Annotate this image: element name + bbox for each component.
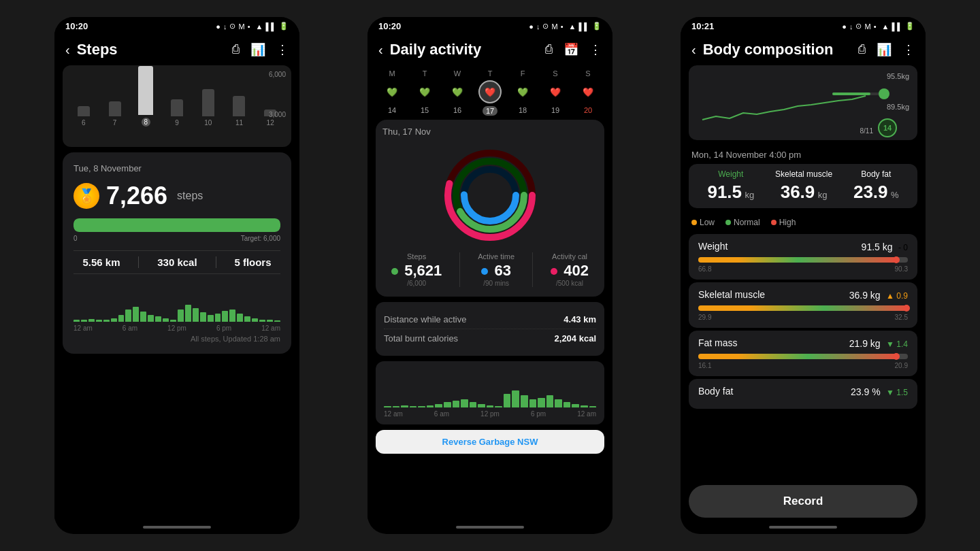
back-button-2[interactable]: ‹	[378, 42, 383, 58]
time-1: 10:20	[65, 21, 88, 31]
more-icon-3[interactable]: ⋮	[902, 42, 915, 57]
steps-stat-label: Steps	[391, 252, 442, 261]
day-name-sun: S	[585, 69, 590, 78]
bc-chart: 95.5kg 89.5kg 8/11 14	[689, 65, 917, 140]
mini-bar-1	[74, 320, 80, 322]
share-icon-2[interactable]: ⎙	[545, 42, 553, 57]
title-3: Body composition	[703, 41, 858, 59]
mini-bar-17	[193, 308, 199, 322]
fatmass-section-value-change: 21.9 kg ▼ 1.4	[849, 337, 908, 350]
a-bar-17	[521, 395, 528, 407]
bc-slider-thumb	[879, 88, 889, 99]
bodyfat-section-value: 23.9 %	[851, 386, 881, 397]
day-thu[interactable]: T ❤️ 17	[478, 69, 502, 116]
a-label-12am2: 12 am	[577, 410, 596, 418]
muscle-metric-unit: kg	[818, 190, 828, 200]
steps-content: 6,000 3,000 6 7 8	[54, 65, 299, 520]
bc-metrics-row: Weight 91.5 kg Skeletal muscle 36.9 kg B…	[689, 164, 917, 208]
calendar-icon-2[interactable]: 📅	[564, 42, 578, 57]
fat-metric-label: Body fat	[853, 169, 899, 179]
y-label-6000: 6,000	[269, 71, 286, 78]
mini-bar-16	[185, 305, 191, 322]
notification-icon-2: ↓	[536, 22, 540, 31]
mini-bar-28	[274, 320, 280, 322]
steps-date: Tue, 8 November	[74, 163, 280, 173]
fat-metric-unit: %	[891, 190, 899, 200]
day-icon-thu-active: ❤️	[478, 80, 502, 103]
bar-label-6: 6	[82, 119, 86, 127]
share-icon-1[interactable]: ⎙	[232, 42, 240, 57]
steps-progress-bar	[74, 218, 280, 232]
bar-label-9: 9	[175, 119, 179, 127]
muscle-range-marker	[903, 305, 910, 312]
battery-icon-2: ●	[529, 22, 534, 31]
updated-text: All steps, Updated 1:28 am	[74, 335, 280, 343]
more-icon-2[interactable]: ⋮	[589, 42, 602, 57]
a-bar-7	[435, 404, 442, 407]
bar-chart-cols: 6 7 8 9 10	[71, 72, 283, 127]
share-icon-3[interactable]: ⎙	[858, 42, 866, 57]
day-sat[interactable]: S ❤️ 19	[544, 69, 567, 116]
a-bar-16	[512, 390, 519, 407]
day-wed[interactable]: W 💚 16	[446, 69, 469, 116]
day-name-thu: T	[488, 69, 493, 78]
fatmass-section: Fat mass 21.9 kg ▼ 1.4 16.1 20.9	[689, 331, 917, 376]
mini-bar-9	[133, 307, 139, 322]
fat-metric-value-row: 23.9 %	[853, 182, 899, 203]
week-nav: M 💚 14 T 💚 15 W 💚 16 T ❤️ 17	[368, 65, 612, 120]
activity-rings-svg	[442, 148, 538, 243]
activity-details: Distance while active 4.43 km Total burn…	[376, 302, 604, 356]
status-icons-3: ● ↓ ⊙ M • ▲ ▌▌ 🔋	[842, 22, 915, 31]
y-label-3000: 3,000	[269, 111, 286, 118]
fatmass-section-label: Fat mass	[698, 337, 738, 350]
muscle-metric-value: 36.9	[781, 182, 815, 202]
weight-section-header: Weight 91.5 kg - 0	[698, 241, 908, 253]
home-indicator-3	[681, 520, 926, 534]
activity-card: Thu, 17 Nov	[376, 120, 604, 297]
back-button-3[interactable]: ‹	[691, 42, 696, 58]
day-tue[interactable]: T 💚 15	[413, 69, 436, 116]
more-icon-1[interactable]: ⋮	[276, 42, 289, 57]
stat-calories: 330 kcal	[157, 256, 197, 268]
day-name-tue: T	[423, 69, 427, 78]
mini-bar-25	[252, 318, 258, 322]
wifi-icon-2: ▲	[569, 22, 576, 31]
status-icons-2: ● ↓ ⊙ M • ▲ ▌▌ 🔋	[529, 22, 602, 31]
record-button[interactable]: Record	[689, 485, 917, 518]
activity-mini-chart: 12 am 6 am 12 pm 6 pm 12 am	[376, 361, 604, 424]
a-bar-3	[401, 405, 408, 407]
signal-icon-1: ▌▌	[265, 22, 276, 31]
mini-bar-26	[259, 320, 265, 322]
mini-bar-11	[148, 315, 154, 322]
distance-label: Distance while active	[384, 314, 466, 324]
muscle-range-high: 32.5	[895, 314, 908, 321]
signal-icon-2: ▌▌	[578, 22, 589, 31]
title-2: Daily activity	[390, 41, 545, 59]
chart-icon-1[interactable]: 📊	[250, 42, 265, 57]
bar-col-9: 9	[164, 99, 190, 127]
day-icon-mon: 💚	[380, 80, 404, 103]
weight-range-fill	[698, 257, 898, 263]
day-name-mon: M	[389, 69, 395, 78]
act-divider-1	[459, 252, 460, 287]
mini-label-12am2: 12 am	[261, 324, 280, 332]
mini-bar-24	[244, 316, 250, 322]
day-num-sat: 19	[551, 106, 559, 114]
day-fri[interactable]: F 💚 18	[511, 69, 534, 116]
chart-icon-3[interactable]: 📊	[877, 42, 892, 57]
bc-low-label: 89.5kg	[887, 103, 909, 111]
mini-bar-chart	[74, 282, 280, 323]
weight-range-low: 66.8	[698, 265, 711, 273]
day-sun[interactable]: S ❤️ 20	[576, 69, 600, 116]
activity-mini-bars	[384, 368, 596, 409]
mini-bar-27	[267, 320, 273, 322]
suggestion-text: Reverse Garbage NSW	[442, 437, 538, 447]
fatmass-range-fill	[698, 354, 898, 359]
fatmass-range-marker	[893, 353, 900, 360]
weight-metric-label: Weight	[707, 169, 754, 179]
weight-range-high: 90.3	[895, 265, 908, 273]
mini-label-6pm: 6 pm	[216, 324, 231, 332]
header-icons-2: ⎙ 📅 ⋮	[545, 42, 602, 57]
day-mon[interactable]: M 💚 14	[380, 69, 404, 116]
back-button-1[interactable]: ‹	[65, 42, 70, 58]
